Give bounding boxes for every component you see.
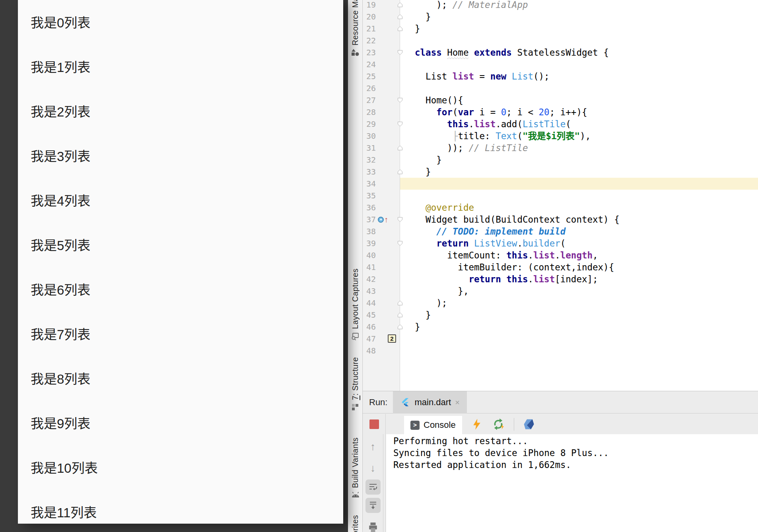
editor-line-19[interactable]: 19 ); // MaterialApp xyxy=(363,0,758,11)
android-icon xyxy=(351,491,359,499)
hot-reload-icon[interactable] xyxy=(471,418,483,430)
list-item[interactable]: 我是0列表 xyxy=(18,0,343,44)
fold-marker-icon[interactable] xyxy=(397,145,403,151)
line-number: 43 xyxy=(363,285,376,297)
fold-marker-icon[interactable] xyxy=(397,2,403,8)
fold-marker-icon[interactable] xyxy=(397,312,403,318)
dart-devtools-icon[interactable] xyxy=(523,418,535,430)
line-number: 42 xyxy=(363,273,376,285)
line-number: 48 xyxy=(363,345,376,357)
editor-line-48[interactable]: 48 xyxy=(363,345,758,357)
line-number: 36 xyxy=(363,202,376,214)
console-side-toolbar: ↑ ↓ xyxy=(363,434,383,532)
code-text: // TODO: implement build xyxy=(415,225,566,237)
editor-line-21[interactable]: 21} xyxy=(363,23,758,35)
scroll-up-icon[interactable]: ↑ xyxy=(370,441,375,452)
editor-line-30[interactable]: 30 ├title: Text("我是$i列表"), xyxy=(363,130,758,142)
line-number: 31 xyxy=(363,142,376,154)
editor-line-38[interactable]: 38 // TODO: implement build xyxy=(363,225,758,237)
fold-marker-icon[interactable] xyxy=(397,121,403,127)
scroll-to-end-toggle[interactable] xyxy=(365,498,381,513)
tool-button-label: 7: Structure xyxy=(351,357,360,400)
fold-marker-icon[interactable] xyxy=(397,25,403,32)
list-item[interactable]: 我是4列表 xyxy=(18,178,343,222)
line-number: 32 xyxy=(363,154,376,166)
editor-line-35[interactable]: 35 xyxy=(363,190,758,202)
line-number: 20 xyxy=(363,11,376,23)
editor-line-41[interactable]: 41 itemBuilder: (context,index){ xyxy=(363,261,758,273)
editor-line-23[interactable]: 23class Home extends StatelessWidget { xyxy=(363,47,758,58)
code-text: class Home extends StatelessWidget { xyxy=(415,47,609,58)
fold-marker-icon[interactable] xyxy=(397,216,403,223)
editor-line-33[interactable]: 33 } xyxy=(363,166,758,178)
code-text: List list = new List(); xyxy=(415,70,550,82)
editor-line-32[interactable]: 32 } xyxy=(363,154,758,166)
tool-button-build-variants[interactable]: Build Variants xyxy=(348,437,362,499)
editor-line-43[interactable]: 43 }, xyxy=(363,285,758,297)
fold-marker-icon[interactable] xyxy=(397,240,403,247)
editor-line-44[interactable]: 44 ); xyxy=(363,297,758,309)
fold-marker-icon[interactable] xyxy=(397,300,403,306)
tool-button-resource-manager[interactable]: Resource Manager xyxy=(348,0,362,56)
list-item[interactable]: 我是5列表 xyxy=(18,222,343,267)
editor-line-22[interactable]: 22 xyxy=(363,35,758,47)
editor-line-20[interactable]: 20 } xyxy=(363,11,758,23)
editor-line-40[interactable]: 40 itemCount: this.list.length, xyxy=(363,249,758,261)
tool-button-layout-captures[interactable]: Layout Captures xyxy=(348,268,362,340)
tool-window-stripe: Resource ManagerLayout Captures7: Struct… xyxy=(348,0,363,532)
editor-line-31[interactable]: 31 )); // ListTile xyxy=(363,142,758,154)
code-text: } xyxy=(415,166,431,178)
tab-console[interactable]: > Console xyxy=(404,416,462,434)
list-item[interactable]: 我是3列表 xyxy=(18,133,343,178)
list-item[interactable]: 我是10列表 xyxy=(18,445,343,489)
editor-line-29[interactable]: 29 this.list.add(ListTile( xyxy=(363,118,758,130)
editor-line-34[interactable]: 34 xyxy=(363,178,758,190)
fold-marker-icon[interactable] xyxy=(397,14,403,20)
list-item[interactable]: 我是7列表 xyxy=(18,311,343,356)
editor-line-25[interactable]: 25 List list = new List(); xyxy=(363,70,758,82)
editor-line-47[interactable]: 472 xyxy=(363,333,758,345)
scroll-down-icon[interactable]: ↓ xyxy=(370,463,375,473)
run-tab-main-dart[interactable]: main.dart × xyxy=(393,391,466,414)
fold-marker-icon[interactable] xyxy=(397,324,403,330)
code-text: Widget build(BuildContext context) { xyxy=(415,214,620,225)
tool-button-structure[interactable]: 7: Structure xyxy=(348,357,362,411)
overrides-method-icon[interactable]: ↑ xyxy=(378,215,388,224)
editor-lines: 19 ); // MaterialApp20 }21}2223class Hom… xyxy=(363,0,758,357)
console-icon: > xyxy=(410,421,420,430)
list-item[interactable]: 我是6列表 xyxy=(18,267,343,311)
editor-line-24[interactable]: 24 xyxy=(363,58,758,70)
current-line-highlight xyxy=(400,178,758,190)
stop-button[interactable] xyxy=(369,419,379,429)
line-number: 47 xyxy=(363,333,376,345)
soft-wrap-toggle[interactable] xyxy=(365,480,381,495)
list-item[interactable]: 我是8列表 xyxy=(18,356,343,400)
code-text: itemCount: this.list.length, xyxy=(415,249,598,261)
editor-line-39[interactable]: 39 return ListView.builder( xyxy=(363,237,758,249)
hot-restart-icon[interactable] xyxy=(492,417,505,431)
editor-line-45[interactable]: 45 } xyxy=(363,309,758,321)
editor-line-26[interactable]: 26 xyxy=(363,82,758,94)
code-editor[interactable]: 19 ); // MaterialApp20 }21}2223class Hom… xyxy=(363,0,758,391)
print-icon[interactable] xyxy=(368,522,378,532)
line-number: 22 xyxy=(363,35,376,47)
editor-line-28[interactable]: 28 for(var i = 0; i < 20; i++){ xyxy=(363,106,758,118)
editor-line-37[interactable]: 37↑ Widget build(BuildContext context) { xyxy=(363,214,758,225)
list-item[interactable]: 我是2列表 xyxy=(18,89,343,133)
list-item[interactable]: 我是11列表 xyxy=(18,489,343,524)
fold-marker-icon[interactable] xyxy=(397,169,403,175)
editor-line-36[interactable]: 36 @override xyxy=(363,202,758,214)
list-item[interactable]: 我是1列表 xyxy=(18,44,343,89)
close-icon[interactable]: × xyxy=(455,398,460,406)
editor-line-42[interactable]: 42 return this.list[index]; xyxy=(363,273,758,285)
editor-line-27[interactable]: 27 Home(){ xyxy=(363,94,758,106)
line-number: 45 xyxy=(363,309,376,321)
editor-line-46[interactable]: 46} xyxy=(363,321,758,333)
fold-marker-icon[interactable] xyxy=(397,97,403,103)
flutter-listview[interactable]: 我是0列表我是1列表我是2列表我是3列表我是4列表我是5列表我是6列表我是7列表… xyxy=(18,0,343,524)
fold-marker-icon[interactable] xyxy=(397,49,403,56)
list-item[interactable]: 我是9列表 xyxy=(18,400,343,445)
tool-button-label: Build Variants xyxy=(351,437,360,488)
line-number: 26 xyxy=(363,82,376,94)
tool-button-favorites[interactable]: Favorites xyxy=(348,515,362,532)
